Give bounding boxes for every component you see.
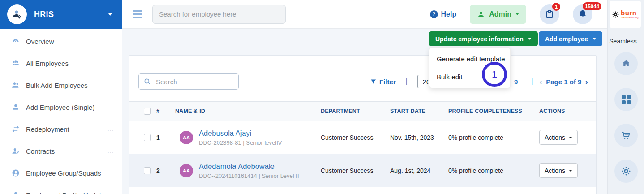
department-cell: Customer Success bbox=[321, 134, 390, 141]
clipboard-icon bbox=[544, 9, 555, 20]
burn-gear-icon bbox=[612, 11, 619, 18]
caret-down-icon bbox=[569, 170, 572, 172]
app-title: HRIS bbox=[34, 10, 54, 19]
sidebar-item-label: Redeployment bbox=[26, 125, 69, 133]
employee-id-role: DDC--2024110161414 | Senior Level II bbox=[199, 172, 299, 179]
sidebar-item-label: Employees' Profile Update bbox=[26, 191, 105, 194]
help-button[interactable]: ? Help bbox=[430, 10, 457, 18]
sidebar-item-label: Overview bbox=[26, 38, 54, 45]
header-num: # bbox=[156, 108, 175, 114]
add-employee-button[interactable]: Add employee bbox=[539, 31, 602, 46]
header-department: DEPARTMENT bbox=[321, 108, 390, 114]
table-header: # NAME & ID DEPARTMENT START DATE PROFIL… bbox=[129, 101, 596, 121]
caret-down-icon bbox=[528, 38, 532, 40]
previous-page-button[interactable]: ‹ bbox=[539, 77, 542, 86]
sidebar-item-redeployment[interactable]: Redeployment ... bbox=[0, 118, 122, 140]
actions-label: Actions bbox=[545, 134, 565, 141]
sidebar-item-label: Add Employee (Single) bbox=[26, 103, 94, 111]
employee-name-link[interactable]: Adedamola Adebowale bbox=[199, 162, 299, 171]
main-content: Update employee information Add employee… bbox=[122, 29, 607, 194]
employees-panel: Filter | 20 9 | ‹ Page 1 of 9 › # NAME &… bbox=[129, 55, 597, 194]
hamburger-icon[interactable] bbox=[133, 10, 142, 18]
sidebar-nav: Overview All Employees Bulk Add Employee… bbox=[0, 29, 122, 194]
row-checkbox[interactable] bbox=[144, 167, 151, 174]
sidebar: HRIS Overview All Employees Bulk Add Emp… bbox=[0, 0, 122, 194]
settings-button[interactable] bbox=[614, 160, 638, 183]
home-button[interactable] bbox=[614, 52, 638, 75]
add-button-label: Add employee bbox=[545, 35, 588, 43]
home-icon bbox=[621, 58, 631, 69]
avatar: AA bbox=[180, 164, 193, 177]
annotation-label: 1 bbox=[492, 69, 497, 80]
funnel-icon bbox=[370, 78, 377, 85]
caret-down-icon bbox=[108, 13, 112, 16]
sidebar-item-label: Employee Group/Squads bbox=[26, 169, 101, 177]
header-actions: ACTIONS bbox=[539, 108, 596, 114]
header-start-date: START DATE bbox=[390, 108, 448, 114]
cart-button[interactable] bbox=[614, 124, 638, 147]
row-number: 2 bbox=[156, 167, 175, 174]
employee-search-input[interactable] bbox=[152, 5, 286, 24]
table-row: 2 AA Adedamola Adebowale DDC--2024110161… bbox=[129, 154, 596, 187]
table-toolbar: Filter | 20 9 | ‹ Page 1 of 9 › bbox=[129, 56, 596, 90]
header-name-id: NAME & ID bbox=[175, 108, 321, 114]
burn-logo-subtext: manufacturing bbox=[621, 17, 639, 19]
sidebar-item-label: All Employees bbox=[26, 60, 69, 67]
employee-name-link[interactable]: Adebusola Ajayi bbox=[199, 129, 282, 138]
sidebar-item-trailing: ... bbox=[107, 148, 114, 155]
rail-caption: Seamless… bbox=[608, 38, 644, 45]
app-root: ? Help Admin 1 15044 bbox=[0, 0, 644, 194]
users-icon bbox=[11, 58, 21, 68]
person-gear-icon bbox=[11, 9, 23, 20]
sidebar-item-overview[interactable]: Overview bbox=[0, 30, 122, 52]
update-button-label: Update employee information bbox=[435, 35, 524, 43]
table-row: 1 AA Adebusola Ajayi DDC-202398-81 | Sen… bbox=[129, 121, 596, 154]
department-cell: Customer Success bbox=[321, 167, 390, 174]
sidebar-brand[interactable]: HRIS bbox=[0, 0, 122, 29]
user-icon bbox=[11, 190, 21, 194]
filter-button[interactable]: Filter bbox=[370, 78, 396, 86]
table-search-input[interactable] bbox=[138, 73, 239, 90]
clipboard-button[interactable]: 1 bbox=[540, 4, 559, 24]
sidebar-item-contracts[interactable]: Contracts ... bbox=[0, 140, 122, 162]
notifications-badge: 15044 bbox=[583, 2, 601, 10]
right-rail: burn manufacturing Seamless… bbox=[607, 0, 644, 194]
caret-down-icon bbox=[592, 38, 596, 40]
question-circle-icon: ? bbox=[430, 10, 438, 18]
burn-logo[interactable]: burn manufacturing bbox=[610, 1, 641, 28]
notifications-button[interactable]: 15044 bbox=[573, 4, 592, 24]
results-count-tail: 9 bbox=[514, 78, 518, 86]
admin-menu-button[interactable]: Admin bbox=[470, 5, 526, 24]
sidebar-item-bulk-add-employees[interactable]: Bulk Add Employees bbox=[0, 74, 122, 96]
topbar: ? Help Admin 1 15044 bbox=[122, 0, 607, 29]
clipboard-badge: 1 bbox=[552, 3, 560, 11]
employee-id-role: DDC-202398-81 | Senior levelIV bbox=[199, 139, 282, 146]
table-search bbox=[138, 73, 239, 90]
gear-icon bbox=[621, 166, 631, 177]
user-icon bbox=[11, 102, 21, 112]
apps-button[interactable] bbox=[614, 88, 638, 111]
sidebar-item-add-employee-single[interactable]: Add Employee (Single) bbox=[0, 96, 122, 118]
name-cell: AA Adedamola Adebowale DDC--202411016141… bbox=[175, 162, 321, 179]
select-all-checkbox[interactable] bbox=[144, 108, 151, 115]
user-circle-icon bbox=[11, 168, 21, 178]
admin-label: Admin bbox=[489, 10, 511, 18]
user-icon bbox=[477, 10, 485, 18]
next-page-button[interactable]: › bbox=[585, 77, 588, 86]
row-actions-button[interactable]: Actions bbox=[539, 130, 578, 145]
start-date-cell: Aug. 1st, 2024 bbox=[390, 167, 448, 174]
avatar: AA bbox=[180, 131, 193, 144]
user-edit-icon bbox=[11, 146, 21, 156]
annotation-marker-1: 1 bbox=[482, 62, 507, 87]
row-actions-button[interactable]: Actions bbox=[539, 163, 578, 178]
toolbar-divider: | bbox=[406, 78, 408, 86]
sidebar-item-all-employees[interactable]: All Employees bbox=[0, 52, 122, 74]
magnifier-icon bbox=[143, 78, 151, 86]
topbar-right: ? Help Admin 1 15044 bbox=[430, 4, 592, 24]
caret-down-icon bbox=[569, 137, 572, 138]
sidebar-item-employee-group-squads[interactable]: Employee Group/Squads bbox=[0, 162, 122, 184]
sidebar-item-label: Bulk Add Employees bbox=[26, 82, 88, 89]
row-checkbox[interactable] bbox=[144, 134, 151, 141]
sidebar-item-employees-profile-update[interactable]: Employees' Profile Update bbox=[0, 184, 122, 194]
update-employee-information-button[interactable]: Update employee information bbox=[429, 31, 538, 46]
